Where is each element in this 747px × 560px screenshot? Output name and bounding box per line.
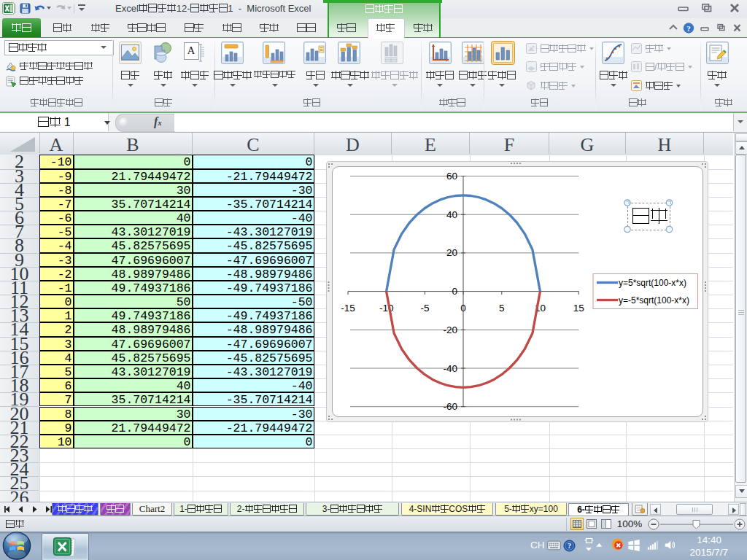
svg-text:y=5*sqrt(100-x*x): y=5*sqrt(100-x*x) bbox=[619, 278, 686, 288]
svg-text:?: ? bbox=[568, 542, 571, 550]
svg-text:A: A bbox=[187, 44, 196, 56]
svg-text:-15: -15 bbox=[341, 303, 355, 314]
svg-text:?: ? bbox=[686, 24, 691, 33]
svg-text:-40: -40 bbox=[443, 363, 457, 374]
svg-text:0: 0 bbox=[460, 303, 466, 314]
svg-text:15: 15 bbox=[573, 303, 584, 314]
svg-text:20: 20 bbox=[446, 247, 457, 258]
svg-text:-5: -5 bbox=[420, 303, 429, 314]
svg-text:5: 5 bbox=[499, 303, 505, 314]
svg-text:-60: -60 bbox=[443, 401, 457, 412]
svg-text:40: 40 bbox=[446, 209, 457, 220]
svg-text:-10: -10 bbox=[379, 303, 394, 314]
svg-text:y=-5*sqrt(100-x*x): y=-5*sqrt(100-x*x) bbox=[619, 295, 689, 306]
svg-text:0: 0 bbox=[452, 286, 457, 297]
svg-text:60: 60 bbox=[446, 171, 457, 182]
svg-text:-20: -20 bbox=[443, 324, 457, 335]
